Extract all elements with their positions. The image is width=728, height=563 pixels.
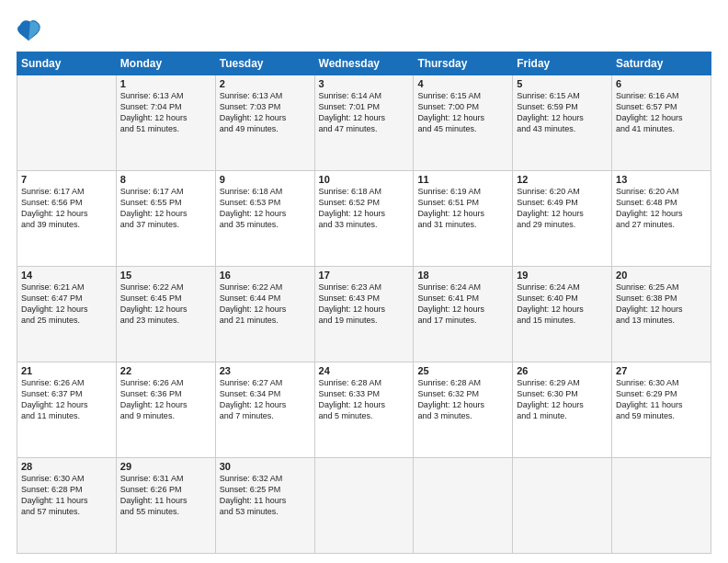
cell-content: Sunrise: 6:17 AM Sunset: 6:55 PM Dayligh… xyxy=(120,186,211,231)
calendar-cell: 10Sunrise: 6:18 AM Sunset: 6:52 PM Dayli… xyxy=(314,171,414,267)
cell-content: Sunrise: 6:29 AM Sunset: 6:30 PM Dayligh… xyxy=(517,377,608,422)
calendar-cell: 11Sunrise: 6:19 AM Sunset: 6:51 PM Dayli… xyxy=(414,171,513,267)
day-number: 9 xyxy=(220,174,311,185)
day-number: 7 xyxy=(21,174,112,185)
header-row: SundayMondayTuesdayWednesdayThursdayFrid… xyxy=(17,52,711,75)
cell-content: Sunrise: 6:23 AM Sunset: 6:43 PM Dayligh… xyxy=(319,282,410,327)
cell-content: Sunrise: 6:30 AM Sunset: 6:28 PM Dayligh… xyxy=(21,473,112,518)
calendar-cell xyxy=(513,458,612,554)
day-number: 30 xyxy=(220,461,311,472)
calendar-cell: 19Sunrise: 6:24 AM Sunset: 6:40 PM Dayli… xyxy=(513,267,612,362)
cell-content: Sunrise: 6:24 AM Sunset: 6:40 PM Dayligh… xyxy=(517,282,608,327)
cell-content: Sunrise: 6:18 AM Sunset: 6:53 PM Dayligh… xyxy=(220,186,311,231)
calendar-cell: 5Sunrise: 6:15 AM Sunset: 6:59 PM Daylig… xyxy=(513,75,612,171)
day-number: 15 xyxy=(120,270,211,281)
cell-content: Sunrise: 6:13 AM Sunset: 7:03 PM Dayligh… xyxy=(220,90,311,135)
calendar-cell: 18Sunrise: 6:24 AM Sunset: 6:41 PM Dayli… xyxy=(414,267,513,362)
calendar-cell: 14Sunrise: 6:21 AM Sunset: 6:47 PM Dayli… xyxy=(17,267,117,362)
calendar-cell xyxy=(17,75,117,171)
calendar-week-5: 28Sunrise: 6:30 AM Sunset: 6:28 PM Dayli… xyxy=(17,458,711,554)
calendar-week-2: 7Sunrise: 6:17 AM Sunset: 6:56 PM Daylig… xyxy=(17,171,711,267)
day-number: 24 xyxy=(319,365,410,376)
calendar-cell: 23Sunrise: 6:27 AM Sunset: 6:34 PM Dayli… xyxy=(215,362,314,458)
calendar-week-4: 21Sunrise: 6:26 AM Sunset: 6:37 PM Dayli… xyxy=(17,362,711,458)
cell-content: Sunrise: 6:15 AM Sunset: 6:59 PM Dayligh… xyxy=(517,90,608,135)
calendar-cell: 26Sunrise: 6:29 AM Sunset: 6:30 PM Dayli… xyxy=(513,362,612,458)
day-number: 11 xyxy=(417,174,508,185)
day-number: 2 xyxy=(220,78,311,89)
calendar-cell: 13Sunrise: 6:20 AM Sunset: 6:48 PM Dayli… xyxy=(612,171,711,267)
calendar-cell: 24Sunrise: 6:28 AM Sunset: 6:33 PM Dayli… xyxy=(314,362,414,458)
day-header-thursday: Thursday xyxy=(414,52,513,75)
calendar-cell: 28Sunrise: 6:30 AM Sunset: 6:28 PM Dayli… xyxy=(17,458,117,554)
day-header-saturday: Saturday xyxy=(612,52,711,75)
calendar-cell: 30Sunrise: 6:32 AM Sunset: 6:25 PM Dayli… xyxy=(215,458,314,554)
calendar-cell: 21Sunrise: 6:26 AM Sunset: 6:37 PM Dayli… xyxy=(17,362,117,458)
day-number: 3 xyxy=(319,78,410,89)
day-header-tuesday: Tuesday xyxy=(215,52,314,75)
cell-content: Sunrise: 6:31 AM Sunset: 6:26 PM Dayligh… xyxy=(120,473,211,518)
day-number: 8 xyxy=(120,174,211,185)
cell-content: Sunrise: 6:24 AM Sunset: 6:41 PM Dayligh… xyxy=(417,282,508,327)
day-number: 6 xyxy=(616,78,707,89)
day-number: 5 xyxy=(517,78,608,89)
day-number: 22 xyxy=(120,365,211,376)
cell-content: Sunrise: 6:25 AM Sunset: 6:38 PM Dayligh… xyxy=(616,282,707,327)
calendar-cell: 25Sunrise: 6:28 AM Sunset: 6:32 PM Dayli… xyxy=(414,362,513,458)
calendar-header: SundayMondayTuesdayWednesdayThursdayFrid… xyxy=(17,52,711,75)
day-number: 1 xyxy=(120,78,211,89)
day-number: 4 xyxy=(417,78,508,89)
calendar-week-3: 14Sunrise: 6:21 AM Sunset: 6:47 PM Dayli… xyxy=(17,267,711,362)
cell-content: Sunrise: 6:22 AM Sunset: 6:44 PM Dayligh… xyxy=(220,282,311,327)
day-number: 28 xyxy=(21,461,112,472)
calendar-cell: 9Sunrise: 6:18 AM Sunset: 6:53 PM Daylig… xyxy=(215,171,314,267)
day-number: 25 xyxy=(417,365,508,376)
header xyxy=(17,17,711,42)
cell-content: Sunrise: 6:18 AM Sunset: 6:52 PM Dayligh… xyxy=(319,186,410,231)
cell-content: Sunrise: 6:28 AM Sunset: 6:33 PM Dayligh… xyxy=(319,377,410,422)
cell-content: Sunrise: 6:19 AM Sunset: 6:51 PM Dayligh… xyxy=(417,186,508,231)
calendar-cell: 2Sunrise: 6:13 AM Sunset: 7:03 PM Daylig… xyxy=(215,75,314,171)
cell-content: Sunrise: 6:15 AM Sunset: 7:00 PM Dayligh… xyxy=(417,90,508,135)
day-header-sunday: Sunday xyxy=(17,52,117,75)
calendar-cell xyxy=(414,458,513,554)
day-header-monday: Monday xyxy=(116,52,215,75)
cell-content: Sunrise: 6:13 AM Sunset: 7:04 PM Dayligh… xyxy=(120,90,211,135)
cell-content: Sunrise: 6:32 AM Sunset: 6:25 PM Dayligh… xyxy=(220,473,311,518)
calendar-cell: 3Sunrise: 6:14 AM Sunset: 7:01 PM Daylig… xyxy=(314,75,414,171)
calendar-table: SundayMondayTuesdayWednesdayThursdayFrid… xyxy=(17,52,711,554)
logo xyxy=(17,17,46,42)
calendar-cell: 8Sunrise: 6:17 AM Sunset: 6:55 PM Daylig… xyxy=(116,171,215,267)
day-number: 20 xyxy=(616,270,707,281)
cell-content: Sunrise: 6:26 AM Sunset: 6:37 PM Dayligh… xyxy=(21,377,112,422)
cell-content: Sunrise: 6:28 AM Sunset: 6:32 PM Dayligh… xyxy=(417,377,508,422)
cell-content: Sunrise: 6:22 AM Sunset: 6:45 PM Dayligh… xyxy=(120,282,211,327)
calendar-body: 1Sunrise: 6:13 AM Sunset: 7:04 PM Daylig… xyxy=(17,75,711,554)
calendar-cell: 29Sunrise: 6:31 AM Sunset: 6:26 PM Dayli… xyxy=(116,458,215,554)
day-number: 23 xyxy=(220,365,311,376)
cell-content: Sunrise: 6:30 AM Sunset: 6:29 PM Dayligh… xyxy=(616,377,707,422)
day-header-friday: Friday xyxy=(513,52,612,75)
day-number: 14 xyxy=(21,270,112,281)
calendar-cell: 17Sunrise: 6:23 AM Sunset: 6:43 PM Dayli… xyxy=(314,267,414,362)
calendar-cell: 1Sunrise: 6:13 AM Sunset: 7:04 PM Daylig… xyxy=(116,75,215,171)
calendar-cell: 27Sunrise: 6:30 AM Sunset: 6:29 PM Dayli… xyxy=(612,362,711,458)
cell-content: Sunrise: 6:17 AM Sunset: 6:56 PM Dayligh… xyxy=(21,186,112,231)
calendar-cell: 22Sunrise: 6:26 AM Sunset: 6:36 PM Dayli… xyxy=(116,362,215,458)
day-number: 27 xyxy=(616,365,707,376)
day-number: 26 xyxy=(517,365,608,376)
day-number: 21 xyxy=(21,365,112,376)
day-number: 10 xyxy=(319,174,410,185)
cell-content: Sunrise: 6:21 AM Sunset: 6:47 PM Dayligh… xyxy=(21,282,112,327)
logo-icon xyxy=(17,17,42,42)
day-number: 12 xyxy=(517,174,608,185)
calendar-cell: 20Sunrise: 6:25 AM Sunset: 6:38 PM Dayli… xyxy=(612,267,711,362)
day-number: 13 xyxy=(616,174,707,185)
calendar-cell: 7Sunrise: 6:17 AM Sunset: 6:56 PM Daylig… xyxy=(17,171,117,267)
day-header-wednesday: Wednesday xyxy=(314,52,414,75)
day-number: 16 xyxy=(220,270,311,281)
calendar-cell: 16Sunrise: 6:22 AM Sunset: 6:44 PM Dayli… xyxy=(215,267,314,362)
cell-content: Sunrise: 6:20 AM Sunset: 6:49 PM Dayligh… xyxy=(517,186,608,231)
page: SundayMondayTuesdayWednesdayThursdayFrid… xyxy=(0,0,728,563)
day-number: 29 xyxy=(120,461,211,472)
